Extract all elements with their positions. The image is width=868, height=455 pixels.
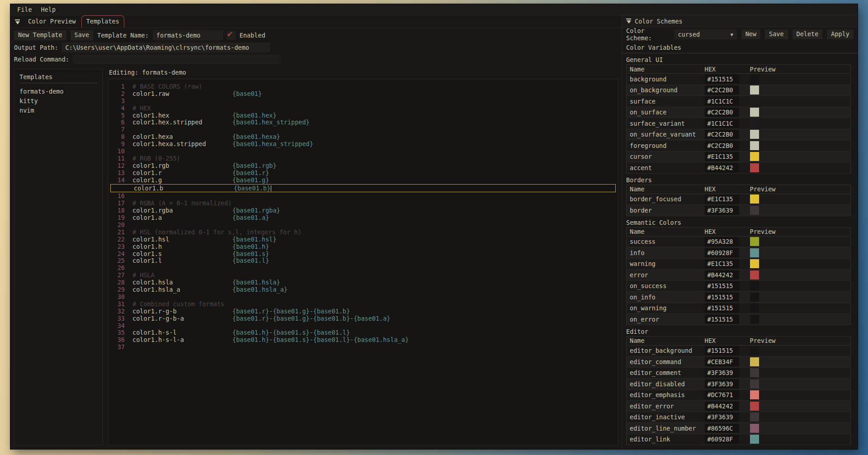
editor-line[interactable]: 31# Combined custom formats xyxy=(109,301,617,308)
color-swatch[interactable] xyxy=(750,357,759,366)
color-swatch[interactable] xyxy=(750,424,759,433)
color-swatch[interactable] xyxy=(750,85,759,95)
hex-value-input[interactable]: #151515 xyxy=(705,303,739,313)
hex-value-input[interactable]: #60928F xyxy=(705,435,739,444)
editor-line[interactable]: 37 xyxy=(109,344,617,351)
color-swatch[interactable] xyxy=(750,281,759,290)
editor-line[interactable]: 14color1.g{base01.g} xyxy=(109,177,617,184)
editor-line[interactable]: 1# BASE COLORS (raw) xyxy=(109,83,617,90)
editor-line[interactable]: 24color1.s{base01.s} xyxy=(109,251,617,258)
editor-line[interactable]: 4# HEX xyxy=(109,105,617,112)
hex-value-input[interactable]: #151515 xyxy=(705,75,739,84)
editor-line[interactable]: 8color1.hexa{base01.hexa} xyxy=(109,133,617,141)
color-swatch[interactable] xyxy=(750,194,759,204)
editor-line[interactable]: 22color1.hsl{base01.hsl} xyxy=(109,236,617,243)
hex-value-input[interactable]: #B44242 xyxy=(705,402,739,411)
editor-line[interactable]: 33color1.r-g-b-a{base01.r}-{base01.g}-{b… xyxy=(109,315,617,322)
editor-line[interactable]: 3 xyxy=(109,98,617,105)
color-swatch[interactable] xyxy=(750,248,759,257)
hex-value-input[interactable]: #151515 xyxy=(705,293,739,302)
menu-help[interactable]: Help xyxy=(37,5,60,14)
color-swatch[interactable] xyxy=(750,368,759,377)
hex-value-input[interactable]: #3F3639 xyxy=(705,368,739,377)
collapse-arrow-icon[interactable] xyxy=(626,19,631,24)
color-swatch[interactable] xyxy=(750,270,759,280)
hex-value-input[interactable]: #DC7671 xyxy=(705,390,739,399)
hex-value-input[interactable]: #C2C2B0 xyxy=(705,141,739,150)
color-swatch[interactable] xyxy=(750,130,759,139)
hex-value-input[interactable]: #86596C xyxy=(705,424,739,433)
hex-value-input[interactable]: #151515 xyxy=(705,281,739,290)
apply-scheme-button[interactable]: Apply xyxy=(827,29,854,39)
color-swatch[interactable] xyxy=(750,379,759,389)
new-scheme-button[interactable]: New xyxy=(741,29,760,39)
template-list-item[interactable]: formats-demo xyxy=(19,87,97,96)
color-swatch[interactable] xyxy=(750,237,759,246)
editor-line[interactable]: 34 xyxy=(109,322,617,330)
editor-line[interactable]: 18color1.rgba{base01.rgba} xyxy=(109,207,617,214)
editor-line[interactable]: 29color1.hsla_a{base01.hsla_a} xyxy=(109,286,617,294)
hex-value-input[interactable]: #3F3639 xyxy=(705,412,739,422)
hex-value-input[interactable]: #3F3639 xyxy=(705,206,739,215)
editor-line[interactable]: 25color1.l{base01.l} xyxy=(109,257,617,265)
hex-value-input[interactable]: #E1C135 xyxy=(705,194,739,204)
color-swatch[interactable] xyxy=(750,97,759,106)
hex-value-input[interactable]: #C2C2B0 xyxy=(705,108,739,117)
tab-templates[interactable]: Templates xyxy=(81,15,124,28)
editor-line[interactable]: 13color1.r{base01.r} xyxy=(109,170,617,177)
template-list-item[interactable]: nvim xyxy=(19,106,97,115)
enabled-checkbox[interactable]: ✔ xyxy=(227,31,236,40)
color-swatch[interactable] xyxy=(750,259,759,268)
save-scheme-button[interactable]: Save xyxy=(765,29,788,39)
delete-scheme-button[interactable]: Delete xyxy=(793,29,823,39)
editor-line[interactable]: 10 xyxy=(109,148,617,155)
collapse-arrow-icon[interactable] xyxy=(15,19,20,24)
color-swatch[interactable] xyxy=(750,402,759,411)
editor-line[interactable]: 20 xyxy=(109,222,617,229)
color-swatch[interactable] xyxy=(750,390,759,399)
color-swatch[interactable] xyxy=(750,293,759,302)
editor-line[interactable]: 27# HSLA xyxy=(109,272,617,279)
color-scheme-select[interactable]: cursed ▼ xyxy=(674,29,736,39)
hex-value-input[interactable]: #CEB34F xyxy=(705,357,739,366)
color-swatch[interactable] xyxy=(750,435,759,444)
editor-line-focused[interactable]: color1.b{base01.b} xyxy=(110,184,616,192)
save-template-button[interactable]: Save xyxy=(71,30,94,40)
hex-value-input[interactable]: #1C1C1C xyxy=(705,119,739,128)
output-path-input[interactable]: C:\Users\user\AppData\Roaming\clrsync\fo… xyxy=(62,43,270,52)
hex-value-input[interactable]: #3F3639 xyxy=(705,379,739,389)
editor-line[interactable]: 21# HSL (normalized 0-1 for s,l, integer… xyxy=(109,229,617,236)
hex-value-input[interactable]: #60928F xyxy=(705,248,739,257)
reload-command-input[interactable] xyxy=(73,55,281,64)
editor-line[interactable]: 28color1.hsla{base01.hsla} xyxy=(109,279,617,286)
new-template-button[interactable]: New Template xyxy=(14,30,66,40)
color-swatch[interactable] xyxy=(750,412,759,422)
tab-color-preview[interactable]: Color Preview xyxy=(24,16,80,28)
color-swatch[interactable] xyxy=(750,315,759,324)
editor-line[interactable]: 30 xyxy=(109,294,617,301)
color-swatch[interactable] xyxy=(750,119,759,128)
color-swatch[interactable] xyxy=(750,152,759,161)
hex-value-input[interactable]: #B44242 xyxy=(705,270,739,280)
hex-value-input[interactable]: #B44242 xyxy=(705,163,739,172)
hex-value-input[interactable]: #95A328 xyxy=(705,237,739,246)
color-swatch[interactable] xyxy=(750,141,759,150)
editor-line[interactable]: 6color1.hex.stripped{base01.hex_stripped… xyxy=(109,119,617,126)
editor-line[interactable]: 7 xyxy=(109,126,617,133)
editor-line[interactable]: 16 xyxy=(109,193,617,200)
hex-value-input[interactable]: #C2C2B0 xyxy=(705,130,739,139)
editor-line[interactable]: 5color1.hex{base01.hex} xyxy=(109,112,617,119)
hex-value-input[interactable]: #C2C2B0 xyxy=(705,85,739,95)
hex-value-input[interactable]: #151515 xyxy=(705,346,739,355)
template-list-item[interactable]: kitty xyxy=(19,96,97,106)
template-name-input[interactable]: formats-demo xyxy=(153,30,223,40)
editor-line[interactable]: 17# RGBA (A = 0-1 normalized) xyxy=(109,200,617,207)
hex-value-input[interactable]: #1C1C1C xyxy=(705,97,739,106)
editor-line[interactable]: 9color1.hexa.stripped{base01.hexa_stripp… xyxy=(109,141,617,148)
hex-value-input[interactable]: #E1C135 xyxy=(705,152,739,161)
editor-line[interactable]: 11# RGB (0-255) xyxy=(109,155,617,162)
editor-line[interactable]: 23color1.h{base01.h} xyxy=(109,243,617,251)
editor-line[interactable]: 36color1.h-s-l-a{base01.h}-{base01.s}-{b… xyxy=(109,337,617,344)
editor-line[interactable]: 32color1.r-g-b{base01.r}-{base01.g}-{bas… xyxy=(109,308,617,315)
color-swatch[interactable] xyxy=(750,163,759,172)
